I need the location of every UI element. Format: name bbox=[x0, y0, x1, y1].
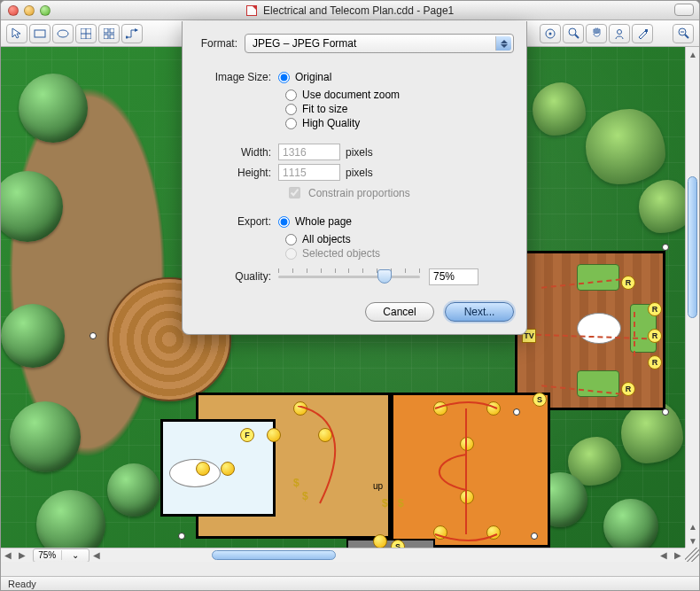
height-input[interactable] bbox=[278, 164, 340, 181]
constrain-proportions-checkbox[interactable]: Constrain proportions bbox=[285, 184, 514, 201]
svg-rect-5 bbox=[104, 28, 108, 33]
scroll-up-button-2[interactable]: ▲ bbox=[686, 519, 699, 533]
horizontal-scrollbar[interactable]: ◀ ▶ 75% ⌄ ◀ ◀ ▶ bbox=[1, 548, 685, 562]
scroll-left-button-2[interactable]: ◀ bbox=[657, 548, 671, 563]
svg-rect-15 bbox=[645, 29, 648, 32]
format-select-value: JPEG – JPEG Format bbox=[253, 37, 356, 50]
image-size-high-quality-radio[interactable]: High Quality bbox=[285, 117, 514, 129]
f-symbol: F bbox=[240, 428, 254, 442]
zoom-window-button[interactable] bbox=[40, 5, 51, 16]
r-symbol: R bbox=[621, 382, 635, 396]
quality-label: Quality: bbox=[195, 270, 278, 283]
app-window: Electrical and Telecom Plan.cdd - Page1 bbox=[0, 0, 700, 591]
image-size-use-zoom-radio[interactable]: Use document zoom bbox=[285, 89, 514, 101]
export-label: Export: bbox=[195, 215, 278, 228]
image-size-original-radio[interactable]: Original bbox=[278, 71, 331, 83]
pointer-tool-button[interactable] bbox=[6, 24, 27, 43]
r-symbol: R bbox=[621, 276, 635, 290]
svg-line-18 bbox=[685, 35, 688, 38]
svg-point-9 bbox=[126, 35, 128, 38]
r-symbol: R bbox=[648, 329, 662, 343]
svg-rect-7 bbox=[104, 35, 108, 39]
zoom-dropdown-icon[interactable]: ⌄ bbox=[62, 550, 89, 560]
dollar-symbol: $ bbox=[302, 490, 308, 502]
radio-input[interactable] bbox=[285, 104, 297, 115]
user-tool-button[interactable] bbox=[609, 24, 630, 43]
toolbar-group-left bbox=[6, 24, 143, 43]
select-stepper-icon bbox=[495, 36, 511, 51]
vertical-scrollbar[interactable]: ▲ ▲ ▼ bbox=[685, 47, 699, 548]
zoom-value: 75% bbox=[34, 550, 62, 560]
ellipse-tool-button[interactable] bbox=[52, 24, 74, 43]
quality-value-input[interactable] bbox=[429, 268, 478, 285]
document-icon bbox=[246, 5, 257, 16]
radio-input[interactable] bbox=[278, 216, 290, 228]
zoom-display[interactable]: 75% ⌄ bbox=[33, 548, 89, 563]
page-prev-button[interactable]: ◀ bbox=[1, 548, 15, 563]
width-label: Width: bbox=[195, 146, 278, 159]
checkbox-input[interactable] bbox=[289, 187, 300, 198]
titlebar: Electrical and Telecom Plan.cdd - Page1 bbox=[1, 1, 699, 20]
dollar-symbol: $ bbox=[293, 477, 299, 489]
height-unit: pixels bbox=[346, 167, 373, 179]
up-label: up bbox=[373, 481, 383, 491]
scroll-left-button[interactable]: ◀ bbox=[89, 548, 104, 563]
image-size-fit-radio[interactable]: Fit to size bbox=[285, 103, 514, 115]
toolbar-toggle-button[interactable] bbox=[674, 4, 694, 16]
svg-line-13 bbox=[575, 35, 579, 38]
statusbar: Ready bbox=[1, 576, 699, 590]
snap-tool-button[interactable] bbox=[540, 24, 561, 43]
width-input[interactable] bbox=[278, 144, 340, 160]
scroll-right-button[interactable]: ▶ bbox=[671, 548, 685, 563]
zoom-out-button[interactable] bbox=[673, 24, 694, 43]
radio-input[interactable] bbox=[285, 118, 297, 129]
s-symbol: S bbox=[391, 540, 405, 548]
zoom-tool-button[interactable] bbox=[563, 24, 584, 43]
toolbar-group-right bbox=[540, 24, 694, 43]
page-next-button[interactable]: ▶ bbox=[15, 548, 29, 563]
radio-input[interactable] bbox=[278, 72, 290, 83]
minimize-window-button[interactable] bbox=[24, 5, 35, 16]
image-size-label: Image Size: bbox=[195, 71, 278, 83]
status-text: Ready bbox=[8, 579, 36, 589]
window-title-text: Electrical and Telecom Plan.cdd - Page1 bbox=[263, 4, 454, 17]
scroll-down-button[interactable]: ▼ bbox=[686, 533, 699, 548]
radio-input bbox=[285, 248, 297, 260]
window-title: Electrical and Telecom Plan.cdd - Page1 bbox=[1, 4, 699, 17]
export-dialog: Format: JPEG – JPEG Format Image Size: O… bbox=[182, 21, 527, 335]
svg-point-1 bbox=[58, 30, 68, 37]
dollar-symbol: $ bbox=[382, 497, 388, 509]
export-whole-page-radio[interactable]: Whole page bbox=[278, 215, 352, 228]
window-controls bbox=[8, 5, 51, 16]
rectangle-tool-button[interactable] bbox=[29, 24, 51, 43]
next-button[interactable]: Next... bbox=[445, 302, 514, 322]
export-selected-objects-radio: Selected objects bbox=[285, 247, 514, 260]
quality-slider[interactable] bbox=[278, 267, 420, 286]
svg-rect-6 bbox=[110, 28, 114, 33]
format-label: Format: bbox=[195, 37, 245, 50]
svg-point-14 bbox=[618, 29, 622, 34]
height-label: Height: bbox=[195, 167, 278, 179]
svg-point-12 bbox=[569, 28, 576, 35]
svg-rect-8 bbox=[110, 35, 114, 39]
highlighter-tool-button[interactable] bbox=[632, 24, 653, 43]
close-window-button[interactable] bbox=[8, 5, 19, 16]
cancel-button[interactable]: Cancel bbox=[365, 302, 434, 322]
grid-tool-button[interactable] bbox=[75, 24, 97, 43]
hand-tool-button[interactable] bbox=[586, 24, 607, 43]
quality-slider-knob[interactable] bbox=[377, 269, 392, 284]
svg-rect-0 bbox=[35, 30, 45, 37]
r-symbol: R bbox=[648, 355, 662, 369]
scroll-up-button[interactable]: ▲ bbox=[686, 47, 699, 61]
resize-grip[interactable] bbox=[685, 548, 699, 562]
cells-tool-button[interactable] bbox=[98, 24, 120, 43]
radio-input[interactable] bbox=[285, 89, 297, 101]
width-unit: pixels bbox=[346, 146, 373, 159]
connector-tool-button[interactable] bbox=[121, 24, 143, 43]
export-all-objects-radio[interactable]: All objects bbox=[285, 233, 514, 245]
format-select[interactable]: JPEG – JPEG Format bbox=[245, 34, 514, 53]
vertical-scroll-thumb[interactable] bbox=[688, 176, 697, 318]
radio-input[interactable] bbox=[285, 234, 297, 245]
r-symbol: R bbox=[648, 302, 662, 316]
horizontal-scroll-thumb[interactable] bbox=[212, 550, 336, 560]
